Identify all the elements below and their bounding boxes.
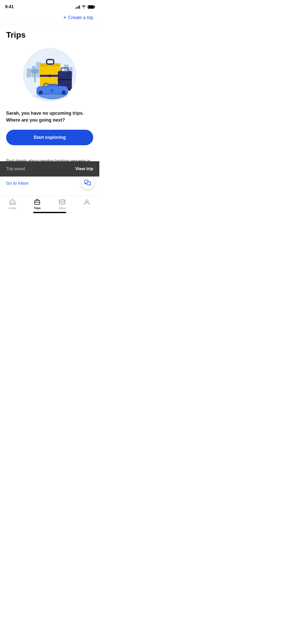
view-trip-button[interactable]: View trip	[75, 166, 93, 171]
signal-icon	[75, 5, 80, 9]
home-icon	[9, 198, 16, 206]
status-icons	[75, 5, 94, 9]
tab-inbox[interactable]: Inbox	[50, 198, 75, 210]
illustration-container	[6, 47, 93, 103]
status-bar: 9:41	[0, 0, 99, 12]
plus-icon: +	[63, 14, 66, 21]
header: + Create a trip	[0, 12, 99, 24]
battery-icon	[88, 5, 94, 9]
svg-point-25	[32, 94, 68, 98]
profile-icon	[83, 198, 90, 206]
toast-notification: Trip saved View trip	[0, 161, 99, 177]
svg-point-19	[68, 88, 71, 91]
home-indicator	[33, 212, 66, 213]
svg-point-31	[86, 200, 88, 202]
svg-point-7	[31, 69, 39, 74]
chat-fab-button[interactable]	[81, 176, 94, 189]
go-to-inbox-link[interactable]: Go to Inbox	[6, 181, 29, 186]
svg-rect-1	[27, 68, 31, 77]
svg-rect-6	[34, 72, 36, 82]
luggage-illustration	[19, 47, 80, 103]
tab-home-label: Home	[9, 207, 16, 210]
main-content: Trips	[0, 24, 99, 145]
trips-icon	[34, 198, 41, 206]
tab-home[interactable]: Home	[0, 198, 25, 210]
tab-profile[interactable]	[75, 198, 100, 207]
svg-rect-17	[58, 79, 72, 80]
page-title: Trips	[6, 30, 93, 40]
svg-rect-30	[59, 200, 65, 204]
svg-rect-27	[87, 182, 91, 185]
tab-trips-label: Trips	[34, 207, 40, 210]
toast-message: Trip saved	[6, 167, 25, 171]
create-trip-button[interactable]: + Create a trip	[63, 14, 93, 21]
svg-point-24	[62, 91, 66, 95]
create-trip-label: Create a trip	[68, 15, 93, 20]
status-time: 9:41	[5, 4, 14, 9]
empty-state-message: Sarah, you have no upcoming trips. Where…	[6, 110, 93, 124]
start-exploring-button[interactable]: Start exploring	[6, 130, 93, 145]
svg-point-23	[39, 91, 43, 95]
wifi-icon	[82, 5, 86, 9]
tab-trips[interactable]: Trips	[25, 198, 50, 210]
inbox-icon	[59, 198, 66, 206]
tab-inbox-label: Inbox	[59, 207, 65, 210]
